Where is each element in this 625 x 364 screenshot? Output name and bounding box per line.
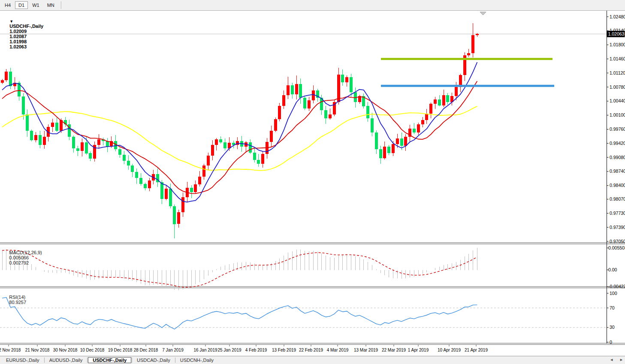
timeframe-button-mn[interactable]: MN bbox=[44, 1, 58, 9]
timeframe-button-h4[interactable]: H4 bbox=[1, 1, 14, 9]
price-scale[interactable]: 1.024801.021401.018001.014601.011201.007… bbox=[607, 11, 625, 345]
svg-text:22 Mar 2019: 22 Mar 2019 bbox=[382, 348, 406, 352]
rsi-name: RSI(14) bbox=[9, 295, 25, 300]
svg-text:1 Apr 2019: 1 Apr 2019 bbox=[408, 348, 429, 352]
svg-text:4 Mar 2019: 4 Mar 2019 bbox=[327, 348, 349, 352]
ohlc-low-value: 1.01998 bbox=[9, 39, 27, 44]
macd-indicator-label: MACD(12,26,9) 0.005066 0.002792 bbox=[1, 245, 44, 271]
svg-text:70: 70 bbox=[610, 305, 615, 310]
svg-text:0.005508: 0.005508 bbox=[608, 245, 625, 250]
svg-text:12 Nov 2018: 12 Nov 2018 bbox=[0, 348, 21, 352]
svg-text:0: 0 bbox=[610, 340, 612, 345]
svg-text:0.98070: 0.98070 bbox=[610, 196, 625, 202]
svg-text:0.99420: 0.99420 bbox=[610, 141, 625, 146]
chart-tab-audusd[interactable]: AUDUSD-,Daily bbox=[45, 357, 87, 363]
current-price-tag: 1.02063 bbox=[607, 31, 625, 37]
svg-text:30 Nov 2018: 30 Nov 2018 bbox=[53, 348, 78, 352]
timeframe-toolbar: H4D1W1MN bbox=[0, 0, 625, 11]
tab-separator bbox=[175, 358, 175, 363]
tab-separator bbox=[44, 358, 45, 363]
svg-text:21 Apr 2019: 21 Apr 2019 bbox=[465, 348, 488, 352]
collapse-indicator-icon[interactable]: ▼ bbox=[9, 19, 13, 24]
macd-signal-value: 0.002792 bbox=[9, 260, 29, 265]
ohlc-high-value: 1.02087 bbox=[9, 34, 27, 39]
tab-separator bbox=[87, 358, 88, 363]
pane-separator[interactable] bbox=[0, 287, 625, 288]
svg-text:21 Nov 2018: 21 Nov 2018 bbox=[25, 348, 50, 352]
svg-text:10 Apr 2019: 10 Apr 2019 bbox=[438, 348, 461, 352]
tab-scroll-right-button[interactable]: ► bbox=[619, 358, 623, 362]
svg-text:1.01120: 1.01120 bbox=[610, 70, 625, 75]
tab-scroll-left-button[interactable]: ◄ bbox=[610, 358, 613, 362]
svg-text:19 Dec 2018: 19 Dec 2018 bbox=[108, 348, 133, 352]
ohlc-open-value: 1.02009 bbox=[9, 29, 27, 34]
svg-text:4 Feb 2019: 4 Feb 2019 bbox=[245, 348, 267, 352]
rsi-line bbox=[2, 298, 477, 329]
svg-text:28 Dec 2018: 28 Dec 2018 bbox=[134, 348, 158, 352]
svg-text:13 Feb 2019: 13 Feb 2019 bbox=[272, 348, 296, 352]
chart-symbol-label: USDCHF-,Daily bbox=[9, 24, 43, 29]
svg-text:0.97390: 0.97390 bbox=[610, 225, 625, 230]
macd-main-value: 0.005066 bbox=[9, 255, 29, 260]
pane-separator[interactable] bbox=[0, 243, 625, 244]
macd-name: MACD(12,26,9) bbox=[9, 250, 42, 255]
svg-text:30: 30 bbox=[610, 325, 615, 330]
tab-separator bbox=[132, 358, 132, 363]
pane-separator[interactable] bbox=[0, 343, 625, 345]
svg-text:100: 100 bbox=[610, 291, 617, 296]
chart-shift-marker[interactable] bbox=[480, 12, 486, 15]
svg-text:0.99080: 0.99080 bbox=[610, 155, 625, 160]
macd-histogram bbox=[2, 248, 477, 290]
trading-terminal-window: 1.024801.021401.018001.014601.011201.007… bbox=[0, 0, 625, 364]
svg-text:1.01460: 1.01460 bbox=[610, 56, 625, 61]
rsi-value: 80.9257 bbox=[9, 300, 26, 305]
chart-tab-usdcnh[interactable]: USDCNH-,Daily bbox=[176, 357, 218, 363]
chart-canvas[interactable]: 1.024801.021401.018001.014601.011201.007… bbox=[0, 0, 625, 356]
chart-tab-bar: EURUSD-,DailyAUDUSD-,DailyUSDCHF-,DailyU… bbox=[0, 356, 625, 364]
chart-tab-eurusd[interactable]: EURUSD-,Daily bbox=[2, 357, 44, 363]
chart-tab-usdchf[interactable]: USDCHF-,Daily bbox=[88, 357, 131, 363]
svg-text:0.00: 0.00 bbox=[608, 267, 617, 272]
svg-text:0.97050: 0.97050 bbox=[610, 239, 625, 244]
rsi-indicator-label: RSI(14) 80.9257 bbox=[1, 289, 28, 310]
chart-tab-usdcad[interactable]: USDCAD-,Daily bbox=[133, 357, 175, 363]
svg-text:25 Jan 2019: 25 Jan 2019 bbox=[217, 348, 241, 352]
svg-text:16 Jan 2019: 16 Jan 2019 bbox=[193, 348, 217, 352]
svg-text:1.00440: 1.00440 bbox=[610, 98, 625, 103]
svg-text:22 Feb 2019: 22 Feb 2019 bbox=[299, 348, 323, 352]
svg-text:13 Mar 2019: 13 Mar 2019 bbox=[354, 348, 378, 352]
timeframe-button-d1[interactable]: D1 bbox=[15, 1, 28, 9]
svg-text:1.01800: 1.01800 bbox=[610, 42, 625, 47]
svg-text:0.98740: 0.98740 bbox=[610, 168, 625, 174]
tab-scroll-buttons: ◄► bbox=[610, 358, 623, 362]
toolbar-separator bbox=[61, 1, 62, 9]
svg-text:7 Jan 2019: 7 Jan 2019 bbox=[162, 348, 184, 352]
svg-text:10 Dec 2018: 10 Dec 2018 bbox=[80, 348, 105, 352]
ohlc-close-value: 1.02063 bbox=[9, 44, 27, 49]
svg-text:1.00780: 1.00780 bbox=[610, 84, 625, 90]
svg-text:0.97730: 0.97730 bbox=[610, 211, 625, 216]
fast-ma-line bbox=[2, 62, 477, 202]
macd-signal-line bbox=[2, 250, 477, 287]
svg-text:0.99760: 0.99760 bbox=[610, 126, 625, 132]
svg-text:1.02063: 1.02063 bbox=[608, 31, 625, 36]
svg-text:1.02480: 1.02480 bbox=[610, 14, 625, 19]
timeframe-button-w1[interactable]: W1 bbox=[29, 1, 43, 9]
chart-title: ▼ USDCHF-,Daily 1.02009 1.02087 1.01998 … bbox=[2, 13, 45, 54]
svg-text:-0.004221: -0.004221 bbox=[608, 284, 625, 289]
svg-text:1.00100: 1.00100 bbox=[610, 112, 625, 117]
svg-text:0.98400: 0.98400 bbox=[610, 183, 625, 188]
chart-surface[interactable]: 1.024801.021401.018001.014601.011201.007… bbox=[0, 0, 625, 356]
date-scale[interactable]: 12 Nov 201821 Nov 201830 Nov 201810 Dec … bbox=[0, 345, 488, 352]
